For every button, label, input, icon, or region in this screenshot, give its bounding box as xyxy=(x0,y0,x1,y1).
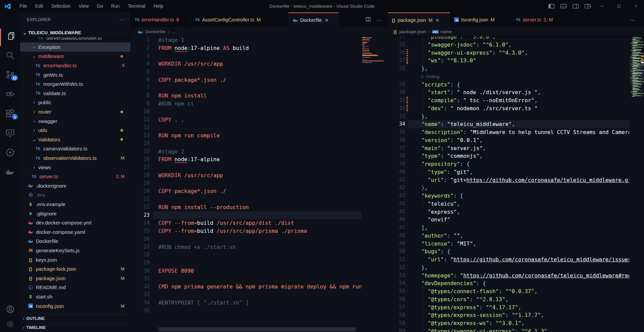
activity-remote-explorer[interactable] xyxy=(0,124,20,142)
file-Dockerfile[interactable]: Dockerfile xyxy=(20,237,130,246)
overview-ruler-mark xyxy=(641,62,644,63)
toggle-sidebar-icon[interactable] xyxy=(545,0,557,12)
activity-search[interactable] xyxy=(0,47,20,64)
file-README.md[interactable]: iREADME.md xyxy=(20,283,130,292)
file-observationValidators.ts[interactable]: TSobservationValidators.tsM xyxy=(20,153,130,163)
toggle-panel-icon[interactable] xyxy=(557,0,570,12)
breadcrumb-item[interactable]: package.json xyxy=(399,29,426,34)
editor-content[interactable]: 1#stage 12FROM node:17-alpine AS build34… xyxy=(131,36,387,332)
file-generateKeySets.js[interactable]: JSgenerateKeySets.js xyxy=(20,246,130,255)
chevron-down-icon: ⌄ xyxy=(32,137,37,142)
file-cameraValidators.ts[interactable]: TScameraValidators.ts xyxy=(20,144,130,153)
explorer-more-actions-icon[interactable]: ··· xyxy=(119,17,126,23)
more-actions-icon[interactable]: ··· xyxy=(627,17,638,23)
link[interactable]: node xyxy=(174,156,187,163)
activity-docker[interactable] xyxy=(0,163,20,181)
code-line-33: 33}, xyxy=(388,113,629,121)
activity-explorer[interactable] xyxy=(0,27,20,45)
minimap[interactable] xyxy=(630,36,644,332)
timeline-section[interactable]: ›TIMELINE xyxy=(20,323,130,332)
close-icon[interactable]: ✕ xyxy=(436,18,439,23)
file-dev.docker-compose.yml[interactable]: dev.docker-compose.yml xyxy=(20,218,130,227)
file-docker-compose.yaml[interactable]: docker-compose.yaml xyxy=(20,227,130,237)
breadcrumb-item[interactable]: ... xyxy=(172,29,175,34)
activity-source-control[interactable]: 12 xyxy=(0,66,20,83)
code-line-35: 35"description": "Middleware to help tun… xyxy=(388,128,629,136)
code-line-6: 6COPY package*.json ./ xyxy=(131,76,361,84)
activity-settings[interactable] xyxy=(0,315,20,332)
menu-run[interactable]: Run xyxy=(107,0,124,12)
menu-selection[interactable]: Selection xyxy=(47,0,75,12)
folder-Exception[interactable]: ›Exception xyxy=(20,43,130,52)
tab-package.json[interactable]: {}package.jsonM✕ xyxy=(388,12,450,27)
tab-server.ts[interactable]: TSserver.ts2, M xyxy=(512,12,570,27)
minimize-icon[interactable] xyxy=(594,0,610,12)
activity-thunder-client[interactable] xyxy=(0,144,20,161)
more-actions-icon[interactable]: ··· xyxy=(374,17,385,23)
code-line-15: 15#stage 2 xyxy=(131,148,361,156)
menu-view[interactable]: View xyxy=(74,0,93,12)
tab-tsconfig.json[interactable]: tstsconfig.jsonM xyxy=(450,12,512,27)
menu-file[interactable]: File xyxy=(15,0,31,12)
file-keys.json[interactable]: {}keys.json xyxy=(20,255,130,264)
folder-utils[interactable]: ›utils xyxy=(20,126,130,135)
code-line-32: 32"dev": " nodemon ./src/server.ts " xyxy=(388,105,629,113)
breadcrumb-item[interactable]: Dockerfile xyxy=(145,29,165,34)
link[interactable]: https://github.com/coronasafe/teleicu_mi… xyxy=(453,256,629,263)
activity-run-and-debug[interactable] xyxy=(0,85,20,103)
file-.env[interactable]: .env xyxy=(20,190,130,200)
menu-go[interactable]: Go xyxy=(93,0,107,12)
codelens-debug[interactable]: ▷ Debug xyxy=(388,73,629,81)
menu-terminal[interactable]: Terminal xyxy=(124,0,150,12)
tab-AssetConfigController.ts[interactable]: TSAssetConfigController.tsM xyxy=(191,12,288,27)
file-validate.ts[interactable]: TSvalidate.ts xyxy=(20,89,130,98)
menu-bar: FileEditSelectionViewGoRunTerminalHelp xyxy=(15,0,167,12)
folder-router[interactable]: ›router xyxy=(20,107,130,117)
menu-help[interactable]: Help xyxy=(150,0,167,12)
close-icon[interactable]: ✕ xyxy=(325,18,328,23)
project-root-folder[interactable]: ⌄ TELEICU_MIDDLEWARE xyxy=(20,28,130,37)
file-.dockerignore[interactable]: .dockerignore xyxy=(20,181,130,191)
file-decoration-badge: 9 xyxy=(122,63,124,68)
code-line-14: 14 xyxy=(131,140,361,148)
customize-layout-icon[interactable] xyxy=(582,0,594,12)
activity-extensions[interactable]: 1 xyxy=(0,105,20,122)
badge: 12 xyxy=(11,75,18,81)
folder-swagger[interactable]: ›swagger xyxy=(20,116,130,126)
file-errorHandler.ts[interactable]: TSerrorHandler.ts9 xyxy=(20,61,130,70)
close-icon[interactable] xyxy=(627,0,644,12)
menu-edit[interactable]: Edit xyxy=(31,0,47,12)
folder-middleware[interactable]: ⌄middleware xyxy=(20,52,130,61)
indent-guide xyxy=(423,152,423,168)
file-tsconfig.json[interactable]: tstsconfig.jsonM xyxy=(20,301,130,311)
folder-Validators[interactable]: ⌄Validators xyxy=(20,135,130,144)
file-package-lock.json[interactable]: {}package-lock.jsonM xyxy=(20,264,130,274)
folder-views[interactable]: ›views xyxy=(20,162,130,172)
horizontal-scrollbar[interactable] xyxy=(158,327,356,331)
file-decoration-badge: M xyxy=(121,276,124,281)
folder-public[interactable]: ›public xyxy=(20,98,130,107)
breadcrumb-item[interactable]: name xyxy=(440,29,452,34)
file-getWs.ts[interactable]: TSgetWs.ts xyxy=(20,70,130,79)
file-morganWithWs.ts[interactable]: TSmorganWithWs.ts xyxy=(20,79,130,89)
file-.env.example[interactable]: $.env.example xyxy=(20,200,130,209)
maximize-icon[interactable] xyxy=(610,0,627,12)
file-server.ts[interactable]: TSserver.ts2, M xyxy=(20,172,130,181)
tab-Dockerfile[interactable]: Dockerfile✕ xyxy=(288,12,339,27)
link[interactable]: node xyxy=(174,45,187,52)
toggle-secondary-sidebar-icon[interactable] xyxy=(570,0,582,12)
file-package.json[interactable]: {}package.jsonM xyxy=(20,273,130,283)
split-editor-icon[interactable] xyxy=(362,16,374,23)
code-line-30: 30EXPOSE 8090 xyxy=(131,267,361,275)
json-file-icon: {} xyxy=(28,275,34,281)
link[interactable]: https://github.com/coronasafe/teleicu_mi… xyxy=(463,272,629,279)
editor-content[interactable]: 24"pidusage": "^3.0.0",25"swagger-jsdoc"… xyxy=(388,36,644,332)
file-ServerStatusController.ts[interactable]: TSServerStatusController.ts xyxy=(20,37,130,43)
link[interactable]: https://github.com/coronasafe/teleicu_mi… xyxy=(467,177,629,183)
tab-errorHandler.ts[interactable]: TSerrorHandler.ts9 xyxy=(131,12,191,27)
file-.gitignore[interactable]: ◆.gitignore xyxy=(20,209,130,218)
chevron-right-icon: › xyxy=(32,165,37,170)
minimap[interactable] xyxy=(361,36,385,332)
outline-section[interactable]: ›OUTLINE xyxy=(20,314,130,323)
file-start.sh[interactable]: $start.sh xyxy=(20,292,130,302)
